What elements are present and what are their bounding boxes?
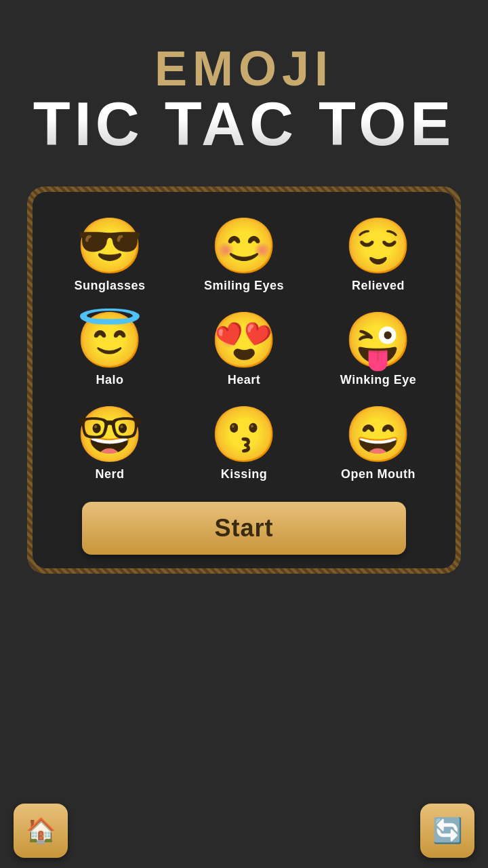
halo-label: Halo [96, 373, 123, 387]
home-icon: 🏠 [26, 816, 56, 845]
smiling-eyes-label: Smiling Eyes [204, 279, 284, 293]
open-mouth-emoji: 😄 [344, 408, 412, 462]
emoji-cell-smiling-eyes[interactable]: 😊 Smiling Eyes [180, 212, 308, 300]
kissing-label: Kissing [221, 467, 268, 481]
heart-label: Heart [228, 373, 261, 387]
selection-panel: 😎 Sunglasses 😊 Smiling Eyes 😌 Relieved 😇… [27, 186, 461, 574]
nerd-emoji: 🤓 [76, 408, 144, 462]
smiling-eyes-emoji: 😊 [210, 219, 278, 273]
heart-emoji: 😍 [210, 313, 278, 368]
bottom-bar: 🏠 🔄 [0, 800, 488, 868]
relieved-emoji: 😌 [344, 219, 412, 273]
emoji-cell-heart[interactable]: 😍 Heart [180, 307, 308, 394]
kissing-emoji: 😗 [210, 408, 278, 462]
emoji-cell-sunglasses[interactable]: 😎 Sunglasses [46, 212, 174, 300]
emoji-cell-relieved[interactable]: 😌 Relieved [314, 212, 442, 300]
halo-emoji: 😇 [76, 313, 144, 368]
home-button[interactable]: 🏠 [14, 804, 68, 858]
sunglasses-label: Sunglasses [74, 279, 145, 293]
start-button[interactable]: Start [82, 502, 407, 555]
title-ttt: TIC TAC TOE [33, 90, 455, 159]
emoji-cell-open-mouth[interactable]: 😄 Open Mouth [314, 401, 442, 488]
emoji-cell-halo[interactable]: 😇 Halo [46, 307, 174, 394]
refresh-button[interactable]: 🔄 [420, 804, 474, 858]
nerd-label: Nerd [95, 467, 124, 481]
relieved-label: Relieved [352, 279, 405, 293]
emoji-grid: 😎 Sunglasses 😊 Smiling Eyes 😌 Relieved 😇… [46, 212, 442, 488]
open-mouth-label: Open Mouth [341, 467, 415, 481]
refresh-icon: 🔄 [432, 816, 463, 845]
emoji-cell-nerd[interactable]: 🤓 Nerd [46, 401, 174, 488]
sunglasses-emoji: 😎 [76, 219, 144, 273]
title-emoji: EMOJI [155, 41, 333, 96]
winking-eye-label: Winking Eye [340, 373, 416, 387]
emoji-cell-kissing[interactable]: 😗 Kissing [180, 401, 308, 488]
emoji-cell-winking-eye[interactable]: 😜 Winking Eye [314, 307, 442, 394]
winking-eye-emoji: 😜 [344, 313, 412, 368]
